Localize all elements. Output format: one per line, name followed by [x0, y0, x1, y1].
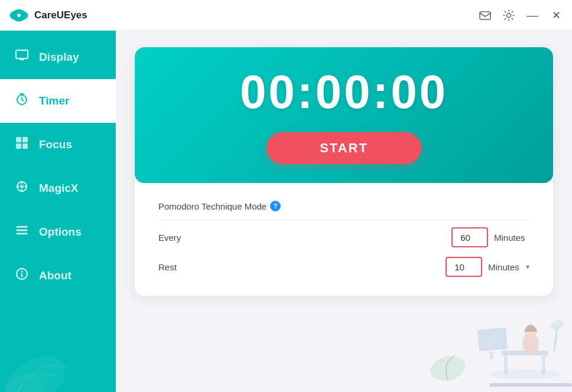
- svg-rect-30: [479, 329, 505, 348]
- svg-rect-10: [16, 137, 21, 142]
- close-icon[interactable]: ✕: [550, 9, 563, 22]
- every-input[interactable]: [451, 227, 488, 247]
- app-logo: [9, 6, 28, 25]
- svg-point-23: [489, 370, 560, 379]
- magicx-icon: [14, 180, 30, 197]
- display-icon: [14, 49, 30, 66]
- illustration: [418, 298, 572, 392]
- sidebar-item-focus-label: Focus: [39, 138, 72, 151]
- app-title: CareUEyes: [34, 9, 479, 21]
- minimize-icon[interactable]: —: [526, 9, 539, 22]
- rest-row: Rest Minutes ▾: [158, 252, 529, 282]
- title-bar-controls: — ✕: [479, 9, 563, 22]
- timer-icon: [14, 93, 30, 109]
- svg-rect-6: [16, 50, 28, 58]
- svg-point-20: [21, 271, 22, 272]
- svg-point-27: [522, 333, 539, 354]
- sidebar-item-focus[interactable]: Focus: [0, 123, 116, 166]
- content-area: 00:00:00 START Pomodoro Technique Mode ?: [116, 31, 572, 392]
- decorative-leaf: [0, 286, 116, 392]
- svg-rect-16: [17, 226, 28, 228]
- focus-icon: [14, 136, 30, 153]
- svg-point-3: [17, 14, 21, 17]
- svg-rect-33: [489, 383, 572, 387]
- options-icon: [14, 224, 30, 240]
- timer-section: 00:00:00 START: [135, 47, 553, 183]
- rest-input[interactable]: [446, 257, 482, 277]
- svg-point-5: [507, 13, 511, 17]
- svg-point-22: [1, 370, 47, 392]
- sidebar-item-about-label: About: [39, 269, 72, 282]
- svg-rect-13: [22, 143, 28, 149]
- sidebar-item-timer-label: Timer: [39, 94, 69, 107]
- svg-rect-24: [501, 351, 548, 355]
- settings-icon[interactable]: [502, 9, 515, 22]
- title-bar: CareUEyes — ✕: [0, 0, 572, 31]
- rest-unit-container: Minutes ▾: [488, 262, 529, 272]
- svg-rect-11: [22, 137, 28, 142]
- svg-point-32: [428, 352, 468, 384]
- sidebar-item-display[interactable]: Display: [0, 35, 116, 79]
- svg-rect-12: [16, 143, 21, 149]
- rest-unit: Minutes: [488, 262, 524, 272]
- every-unit: Minutes: [494, 233, 529, 243]
- svg-point-34: [549, 318, 565, 331]
- rest-unit-chevron[interactable]: ▾: [526, 263, 529, 271]
- every-label: Every: [158, 233, 229, 243]
- pomodoro-row: Pomodoro Technique Mode ?: [158, 195, 529, 217]
- start-button[interactable]: START: [266, 132, 421, 164]
- svg-rect-18: [17, 233, 28, 235]
- svg-point-28: [524, 325, 537, 338]
- svg-point-15: [20, 185, 24, 188]
- sidebar-item-magicx-label: MagicX: [39, 182, 79, 195]
- svg-rect-26: [542, 355, 545, 374]
- sidebar-item-options-label: Options: [39, 226, 82, 239]
- mail-icon[interactable]: [479, 9, 492, 22]
- svg-rect-8: [21, 58, 23, 60]
- sidebar-item-display-label: Display: [39, 51, 79, 64]
- pomodoro-help-icon[interactable]: ?: [270, 201, 281, 211]
- rest-label: Rest: [158, 262, 229, 272]
- divider-1: [158, 220, 529, 220]
- sidebar-item-options[interactable]: Options: [0, 210, 116, 254]
- svg-rect-29: [477, 328, 508, 351]
- svg-point-21: [0, 346, 74, 392]
- timer-card-wrapper: 00:00:00 START Pomodoro Technique Mode ?: [135, 47, 553, 296]
- svg-rect-31: [489, 351, 493, 359]
- pomodoro-label: Pomodoro Technique Mode ?: [158, 201, 281, 211]
- svg-rect-17: [17, 230, 28, 231]
- sidebar: Display Timer Focus: [0, 31, 116, 392]
- svg-rect-4: [480, 12, 490, 19]
- timer-display: 00:00:00: [240, 68, 448, 116]
- sidebar-item-timer[interactable]: Timer: [0, 79, 116, 123]
- every-row: Every Minutes: [158, 223, 529, 252]
- app-body: Display Timer Focus: [0, 31, 572, 392]
- svg-rect-25: [504, 355, 508, 374]
- about-icon: [14, 267, 30, 284]
- sidebar-item-about[interactable]: About: [0, 254, 116, 298]
- settings-panel: Pomodoro Technique Mode ? Every: [135, 183, 553, 296]
- sidebar-item-magicx[interactable]: MagicX: [0, 166, 116, 210]
